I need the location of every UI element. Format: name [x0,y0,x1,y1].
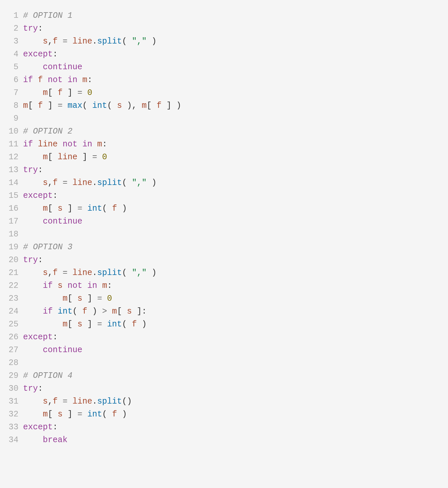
token: not [68,281,82,290]
code-block: 1# OPTION 12try:3 s,f = line.split( "," … [0,0,448,446]
token: continue [43,345,82,355]
code-content: # OPTION 4 [23,369,448,382]
line-number: 27 [0,344,23,356]
line-number: 22 [0,279,23,292]
code-content: except: [23,48,448,61]
code-content: m[ f ] = 0 [23,86,448,99]
token: split [97,397,122,406]
token: ) [147,268,156,278]
token: try [23,384,38,393]
token: f [132,320,137,329]
token: "," [132,268,147,278]
token [23,435,43,445]
token [23,345,43,355]
token: try [23,165,38,175]
token: m [112,307,117,316]
code-line: 26except: [0,331,448,344]
code-line: 14 s,f = line.split( "," ) [0,176,448,189]
token: try [23,24,38,33]
line-number: 6 [0,74,23,86]
line-number: 2 [0,22,23,35]
token: ] [161,101,171,110]
code-content: except: [23,421,448,434]
code-content: try: [23,254,448,266]
token: f [53,268,58,278]
code-content: m[ s ] = int( f ) [23,202,448,215]
token [92,139,97,149]
code-content: m[ line ] = 0 [23,151,448,164]
token: int [92,101,107,110]
token: # OPTION 4 [23,371,72,381]
token: int [87,204,102,213]
token: if [43,307,58,316]
token: m [43,88,48,98]
line-number: 25 [0,318,23,331]
token: int [58,307,72,316]
token: ) [87,307,97,316]
code-line: 24 if int( f ) > m[ s ]: [0,305,448,318]
token [23,217,43,226]
line-number: 13 [0,164,23,176]
token [63,281,68,290]
code-line: 23 m[ s ] = 0 [0,292,448,305]
token: [ [28,101,38,110]
code-content: break [23,434,448,446]
token: : [38,24,43,33]
line-number: 7 [0,86,23,99]
token: ) [117,410,127,419]
code-line: 22 if s not in m: [0,279,448,292]
token: . [92,268,97,278]
token: ) [122,101,132,110]
token: in [82,139,92,149]
token: , [48,37,53,46]
token: () [122,397,132,406]
token: m [63,320,68,329]
line-number: 21 [0,266,23,279]
code-content: m[ s ] = 0 [23,292,448,305]
token: ] [77,152,87,162]
token: [ [48,152,58,162]
token: > [97,307,112,316]
token: m [63,294,68,303]
token: [ [68,320,77,329]
token: split [97,268,122,278]
line-number: 19 [0,241,23,254]
token: ( [122,268,132,278]
token: continue [43,62,82,72]
code-line: 33except: [0,421,448,434]
token: ] [63,204,72,213]
code-content: try: [23,22,448,35]
token: s [127,307,132,316]
token: f [156,101,161,110]
token: s [58,410,63,419]
token: # OPTION 2 [23,127,72,136]
token: line [72,397,92,406]
token: m [43,410,48,419]
token: , [48,268,53,278]
token: = [58,178,72,188]
line-number: 32 [0,408,23,421]
code-line: 15except: [0,189,448,202]
token: s [43,397,48,406]
token: s [43,178,48,188]
token [23,178,43,188]
code-line: 1# OPTION 1 [0,9,448,22]
token [23,320,63,329]
line-number: 12 [0,151,23,164]
line-number: 34 [0,434,23,446]
token: line [72,268,92,278]
line-number: 29 [0,369,23,382]
token: m [102,281,107,290]
token: = [92,294,107,303]
token: ] [132,307,142,316]
token: ] [82,294,92,303]
code-line: 2try: [0,22,448,35]
token: f [38,75,43,85]
code-line: 4except: [0,48,448,61]
token: m [43,152,48,162]
token: = [58,397,72,406]
token: [ [48,88,58,98]
token: m [82,75,87,85]
token: f [82,307,87,316]
token: ) [147,178,156,188]
